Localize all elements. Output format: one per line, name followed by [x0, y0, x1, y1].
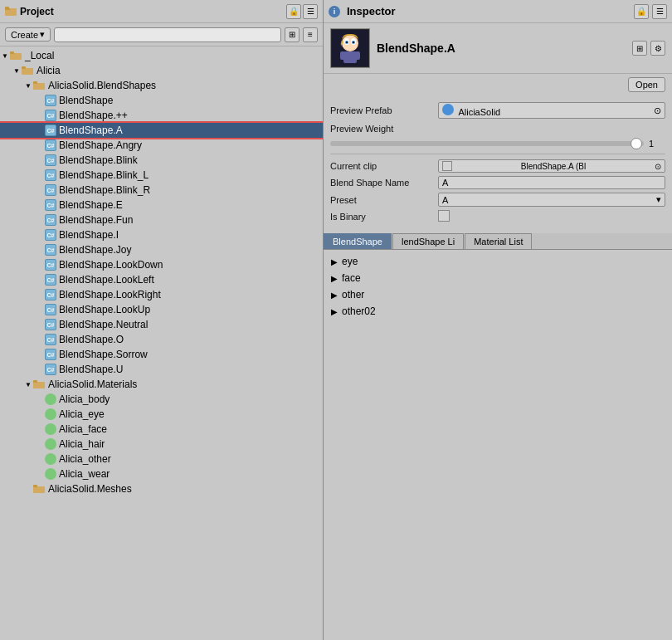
tree-item-bs-lookright[interactable]: C#BlendShape.LookRight: [0, 287, 323, 302]
svg-rect-7: [33, 83, 45, 90]
tree-item-bs-fun[interactable]: C#BlendShape.Fun: [0, 213, 323, 227]
slider-thumb[interactable]: [631, 138, 642, 149]
tree-label-bs-sorrow: BlendShape.Sorrow: [59, 349, 148, 360]
tree-item-bs-blink-l[interactable]: C#BlendShape.Blink_L: [0, 168, 323, 183]
svg-point-19: [346, 42, 348, 43]
inspector-item-other[interactable]: ▶other: [324, 286, 672, 303]
inspector-item-eye[interactable]: ▶eye: [324, 253, 672, 270]
tree-item-bs-angry[interactable]: C#BlendShape.Angry: [0, 138, 323, 153]
lock-icon[interactable]: 🔒: [286, 4, 301, 19]
inspector-menu-icon[interactable]: ☰: [652, 4, 667, 19]
folder-icon-alicia-blendshapes: [33, 81, 46, 90]
asset-thumbnail: [330, 28, 370, 68]
folder-icon-local: [10, 51, 23, 61]
svg-rect-5: [22, 68, 33, 75]
tri-arrow-eye: ▶: [330, 257, 338, 266]
is-binary-checkbox[interactable]: [438, 210, 450, 222]
tree-item-bs-base[interactable]: C#BlendShape: [0, 93, 323, 108]
material-icon-eye: [45, 408, 56, 420]
tree-item-bs-lookleft[interactable]: C#BlendShape.LookLeft: [0, 272, 323, 287]
tree-label-bs-base: BlendShape: [59, 95, 113, 106]
tree-item-bs-sorrow[interactable]: C#BlendShape.Sorrow: [0, 347, 323, 362]
search-input[interactable]: [54, 27, 281, 42]
tree-item-alicia[interactable]: ▼ Alicia: [0, 63, 323, 78]
tree-item-bs-o[interactable]: C#BlendShape.O: [0, 332, 323, 347]
tree-label-alicia: Alicia: [37, 65, 61, 76]
weight-slider[interactable]: [330, 141, 644, 146]
prefab-icon: [442, 104, 454, 115]
tree-item-alicia-materials[interactable]: ▼ AliciaSolid.Materials: [0, 377, 323, 392]
tree-item-bs-a[interactable]: C#BlendShape.A: [0, 123, 323, 138]
tree-item-bs-lookup[interactable]: C#BlendShape.LookUp: [0, 302, 323, 317]
script-icon-bs-e: C#: [45, 199, 56, 211]
tree-item-bs-neutral[interactable]: C#BlendShape.Neutral: [0, 317, 323, 332]
script-icon-bs-blink-l: C#: [45, 169, 56, 181]
tree-item-alicia-meshes[interactable]: AliciaSolid.Meshes: [0, 481, 323, 496]
tree-label-bs-neutral: BlendShape.Neutral: [59, 319, 148, 330]
separator-1: [330, 154, 665, 154]
tree-item-alicia-blendshapes[interactable]: ▼ AliciaSolid.BlendShapes: [0, 78, 323, 93]
tree-label-bs-lookdown: BlendShape.LookDown: [59, 259, 163, 271]
tree-label-alicia-materials: AliciaSolid.Materials: [48, 379, 137, 390]
current-clip-row: Current clip BlendShape.A (Bl ⊙: [330, 158, 665, 174]
menu-icon[interactable]: ☰: [303, 4, 318, 19]
prefab-dropdown[interactable]: AliciaSolid ⊙: [438, 102, 665, 119]
tree-item-bs-blink-r[interactable]: C#BlendShape.Blink_R: [0, 183, 323, 198]
tab-lendshape-li[interactable]: lendShape Li: [392, 233, 464, 249]
tree-item-face[interactable]: Alicia_face: [0, 422, 323, 437]
tree-item-body[interactable]: Alicia_body: [0, 392, 323, 407]
current-clip-label: Current clip: [330, 161, 438, 171]
open-button[interactable]: Open: [628, 77, 665, 92]
tree-item-wear[interactable]: Alicia_wear: [0, 467, 323, 481]
tree-item-bs-pp[interactable]: C#BlendShape.++: [0, 108, 323, 123]
script-icon-bs-blink-r: C#: [45, 184, 56, 196]
script-icon-bs-lookup: C#: [45, 304, 56, 315]
tree-item-bs-lookdown[interactable]: C#BlendShape.LookDown: [0, 257, 323, 272]
material-icon-face: [45, 423, 56, 435]
tree-item-bs-u[interactable]: C#BlendShape.U: [0, 362, 323, 377]
current-clip-value: BlendShape.A (Bl ⊙: [438, 159, 665, 173]
svg-rect-8: [33, 81, 37, 84]
create-button[interactable]: Create ▾: [5, 27, 51, 42]
inspector-lock-icon[interactable]: 🔒: [634, 4, 649, 19]
folder-icon: [5, 6, 17, 17]
tree-item-hair[interactable]: Alicia_hair: [0, 437, 323, 452]
project-tree: ▼ _Local▼ Alicia▼ AliciaSolid.BlendShape…: [0, 46, 323, 640]
preview-prefab-label: Preview Prefab: [330, 105, 438, 115]
tree-item-local[interactable]: ▼ _Local: [0, 48, 323, 63]
script-icon-bs-joy: C#: [45, 244, 56, 256]
folder-icon-alicia-materials: [33, 379, 46, 389]
inspector-item-face[interactable]: ▶face: [324, 270, 672, 286]
svg-rect-3: [10, 53, 22, 60]
svg-rect-21: [343, 51, 357, 63]
asset-icon-btn[interactable]: ⊞: [632, 41, 647, 56]
tree-label-eye: Alicia_eye: [59, 408, 105, 420]
tree-label-wear: Alicia_wear: [59, 468, 110, 480]
layout-icon[interactable]: ≡: [303, 27, 318, 42]
tree-item-eye[interactable]: Alicia_eye: [0, 407, 323, 422]
inspector-fields: Preview Prefab AliciaSolid ⊙ Preview Wei…: [324, 95, 672, 230]
script-icon-bs-angry: C#: [45, 139, 56, 151]
tree-label-bs-blink: BlendShape.Blink: [59, 154, 138, 166]
tree-label-alicia-meshes: AliciaSolid.Meshes: [48, 483, 132, 495]
blend-shape-name-input[interactable]: A: [438, 176, 665, 189]
tree-item-bs-joy[interactable]: C#BlendShape.Joy: [0, 242, 323, 257]
filter-icon[interactable]: ⊞: [285, 27, 299, 42]
inspector-header: i Inspector 🔒 ☰: [324, 0, 672, 23]
inspector-item-other02[interactable]: ▶other02: [324, 303, 672, 320]
clip-checkbox: [442, 161, 452, 171]
tree-item-bs-blink[interactable]: C#BlendShape.Blink: [0, 153, 323, 168]
tree-item-bs-i[interactable]: C#BlendShape.I: [0, 227, 323, 242]
tree-label-bs-blink-l: BlendShape.Blink_L: [59, 169, 149, 181]
project-panel-header: Project 🔒 ☰: [0, 0, 323, 23]
tree-item-bs-e[interactable]: C#BlendShape.E: [0, 198, 323, 213]
is-binary-label: Is Binary: [330, 212, 438, 222]
tree-item-other[interactable]: Alicia_other: [0, 452, 323, 467]
asset-gear-btn[interactable]: ⚙: [650, 41, 665, 56]
clip-dropdown[interactable]: BlendShape.A (Bl ⊙: [438, 159, 665, 173]
asset-header: BlendShape.A ⊞ ⚙: [324, 23, 672, 74]
preset-dropdown[interactable]: A ▾: [438, 193, 665, 207]
tab-blendshape[interactable]: BlendShape: [324, 233, 392, 249]
tab-material-list[interactable]: Material List: [465, 233, 532, 249]
svg-rect-9: [33, 382, 45, 388]
